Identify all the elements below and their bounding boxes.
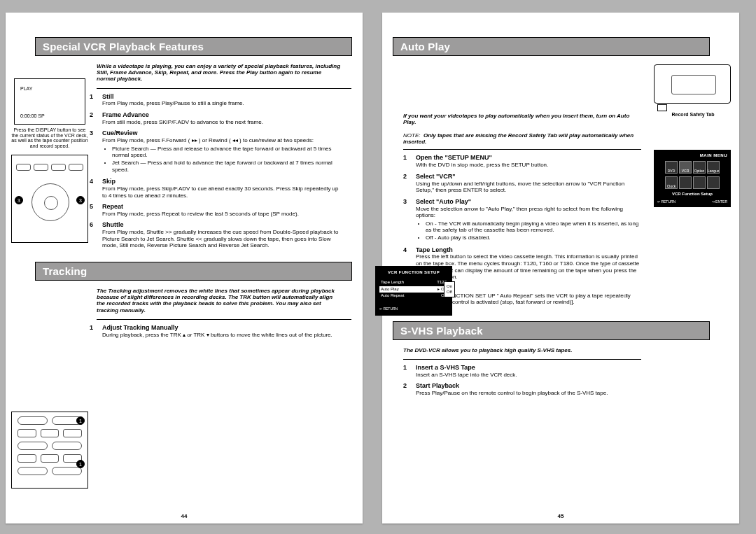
menu-tile-option: Option [693,161,706,174]
osd2-row-auto-play: Auto Play ▸ On [379,286,448,293]
osd2-row-tape-length: Tape Length T120 [379,279,448,286]
remote2-callout-bottom: 1 [76,460,85,468]
remote-illustration-2: 1 1 [11,412,88,489]
section-intro-svhs: The DVD-VCR allows you to playback high … [382,340,739,358]
bullet-autoplay-on: On - The VCR will automatically begin pl… [426,220,641,234]
figure-tracking-remote: 1 1 [11,412,88,489]
osd2-title: VCR FUNCTION SETUP [379,270,448,276]
osd-main-menu-sub: VCR Function Setup [657,192,727,197]
bullet-autoplay-off: Off - Auto play is disabled. [426,234,641,241]
osd-foot-return: ↩ RETURN [657,199,676,204]
tv-osd-screen: PLAY 0:00:00 SP [14,78,85,125]
menu-tile-clock: Clock [665,176,678,189]
section-header-tracking: Tracking [35,262,352,281]
note-autoplay: NOTE: Only tapes that are missing the Re… [382,129,739,148]
bullet-picture-search: Picture Search — Press and release to ad… [112,146,344,159]
page-number-left: 44 [181,513,188,519]
section-header-auto-play: Auto Play [393,37,710,56]
bullet-jet-search: Jet Search — Press and hold to advance t… [112,160,344,173]
step-start-playback: 2 Start PlaybackPress Play/Pause on the … [382,378,739,396]
section-header-special-playback: Special VCR Playback Features [35,37,352,56]
figure-vcr-display: PLAY 0:00:00 SP Press the DISPLAY button… [11,78,88,244]
osd-main-menu: MAIN MENU DVD VCR Option Language Clock … [654,150,731,207]
section-header-svhs: S-VHS Playback [393,321,710,340]
menu-tile-dvd: DVD [665,161,678,174]
remote-callout-3-right: 3 [76,196,85,204]
record-safety-tab-icon [657,104,667,111]
osd2-side-options: On Off [444,281,455,297]
manual-page-44: Special VCR Playback Features PLAY 0:00:… [6,13,363,524]
remote-callout-3-left: 3 [15,196,23,204]
osd2-foot-return: ↩ RETURN [379,307,448,311]
osd-play-label: PLAY [20,86,32,91]
menu-tile-language: Language [707,161,720,174]
osd-vcr-function-setup: VCR FUNCTION SETUP Tape Length T120 Auto… [375,266,452,316]
page-number-right: 45 [558,513,564,519]
remote-illustration-1: 3 3 [11,155,88,243]
osd-main-menu-title: MAIN MENU [657,153,727,158]
figure-cassette: Record Safety Tab [654,64,732,117]
figure-main-menu-osd: MAIN MENU DVD VCR Option Language Clock … [654,150,732,207]
step-insert-svhs: 1 Insert a S-VHS TapeInsert an S-VHS tap… [382,360,739,378]
cassette-illustration [654,64,731,104]
figure-caption-display: Press the DISPLAY button to see the curr… [11,127,88,149]
osd-foot-enter: ↪ ENTER [712,199,727,204]
manual-page-45: Auto Play Record Safety Tab MAIN MENU DV… [382,13,739,524]
figure-vcr-function-setup: VCR FUNCTION SETUP Tape Length T120 Auto… [375,266,454,316]
section-intro-tracking: The Tracking adjustment removes the whit… [6,281,363,318]
osd-counter: 0:00:00 SP [20,113,45,118]
remote2-callout-top: 1 [76,416,85,425]
step-adjust-tracking: 1 Adjust Tracking ManuallyDuring playbac… [6,320,363,338]
menu-tile-vcr: VCR [679,161,692,174]
osd2-row-auto-repeat: Auto Repeat Off [379,293,448,300]
